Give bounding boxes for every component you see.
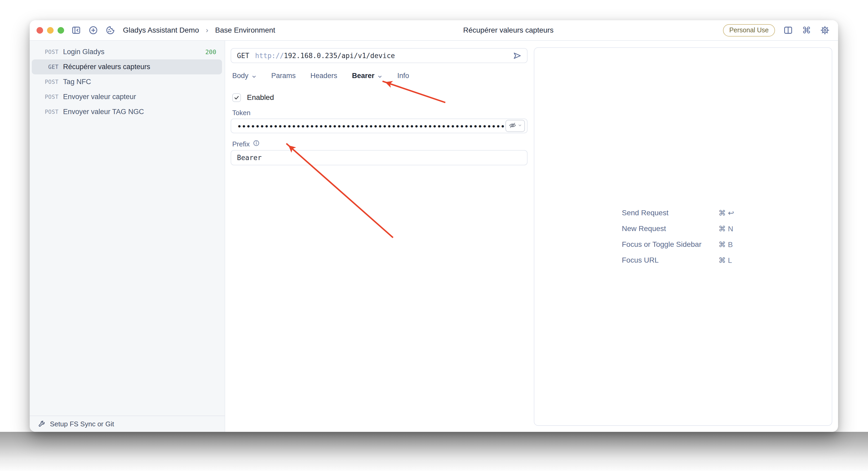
response-panel: Send Request ⌘ ↩ New Request ⌘ N Focus o… <box>534 47 832 426</box>
request-list-item[interactable]: POST Login Gladys 200 <box>32 45 222 59</box>
enabled-checkbox[interactable] <box>232 93 241 102</box>
request-list: POST Login Gladys 200 GET Récupérer vale… <box>30 41 225 119</box>
url-path: 192.168.0.235/api/v1/device <box>284 52 395 60</box>
tab-headers-label: Headers <box>311 72 337 80</box>
window-drop-shadow <box>0 432 868 471</box>
prefix-value: Bearer <box>237 154 262 161</box>
keyboard-shortcuts: Send Request ⌘ ↩ New Request ⌘ N Focus o… <box>622 209 744 265</box>
request-name: Envoyer valeur capteur <box>63 93 136 101</box>
shortcut-keys: ⌘ L <box>718 256 744 265</box>
token-input[interactable]: ••••••••••••••••••••••••••••••••••••••••… <box>231 119 528 133</box>
tab-info[interactable]: Info <box>397 72 409 80</box>
tab-auth-bearer[interactable]: Bearer <box>352 72 383 80</box>
title-bar: Gladys Assistant Demo › Base Environment… <box>30 20 838 41</box>
request-sidebar: POST Login Gladys 200 GET Récupérer vale… <box>30 41 225 432</box>
shortcut-row: Send Request ⌘ ↩ <box>622 209 744 217</box>
check-icon <box>234 95 240 101</box>
url-method: GET <box>237 52 249 60</box>
split-layout-icon[interactable] <box>783 25 794 35</box>
zoom-window-button[interactable] <box>58 27 64 34</box>
prefix-input[interactable]: Bearer <box>231 150 528 165</box>
request-method-label: POST <box>32 109 59 115</box>
setup-sync-label: Setup FS Sync or Git <box>50 420 114 428</box>
shortcut-keys: ⌘ N <box>718 225 744 233</box>
toggle-sidebar-icon[interactable] <box>71 25 82 35</box>
request-method-label: POST <box>32 49 59 55</box>
license-badge[interactable]: Personal Use <box>723 24 775 36</box>
tab-headers[interactable]: Headers <box>311 72 337 80</box>
wrench-icon <box>37 420 45 428</box>
traffic-lights <box>36 27 64 34</box>
request-list-item[interactable]: POST Tag NFC <box>32 75 222 89</box>
app-window: Gladys Assistant Demo › Base Environment… <box>30 20 838 432</box>
breadcrumb-environment[interactable]: Base Environment <box>215 26 275 34</box>
request-method-label: GET <box>32 64 59 70</box>
shortcut-label: Send Request <box>622 209 718 217</box>
active-request-title: Récupérer valeurs capteurs <box>463 26 554 34</box>
send-request-button[interactable] <box>511 50 523 61</box>
chevron-down-icon <box>251 73 257 78</box>
tab-body[interactable]: Body <box>232 72 257 80</box>
status-badge: 200 <box>205 49 216 55</box>
prefix-label: Prefix <box>232 140 250 148</box>
request-tabs: Body Params Headers Bearer Info <box>232 71 528 80</box>
tab-params[interactable]: Params <box>271 72 296 80</box>
enabled-label: Enabled <box>247 93 274 102</box>
shortcut-row: Focus URL ⌘ L <box>622 256 744 265</box>
minimize-window-button[interactable] <box>47 27 54 34</box>
request-method-label: POST <box>32 79 59 85</box>
request-list-item[interactable]: POST Envoyer valeur capteur <box>32 89 222 104</box>
command-palette-icon[interactable]: ⌘ <box>801 25 812 35</box>
shortcut-keys: ⌘ ↩ <box>718 209 744 217</box>
shortcut-label: New Request <box>622 225 718 233</box>
chevron-down-icon <box>377 73 382 78</box>
breadcrumb-separator-icon: › <box>206 26 208 34</box>
request-list-item[interactable]: POST Envoyer valeur TAG NGC <box>32 104 222 119</box>
request-editor: GET http://192.168.0.235/api/v1/device B… <box>225 41 534 432</box>
reveal-token-button[interactable] <box>505 120 525 132</box>
shortcut-keys: ⌘ B <box>718 240 744 249</box>
shortcut-label: Focus URL <box>622 256 718 264</box>
request-name: Tag NFC <box>63 78 91 86</box>
shortcut-label: Focus or Toggle Sidebar <box>622 240 718 248</box>
send-icon <box>512 51 522 60</box>
cookie-jar-icon[interactable] <box>105 25 116 35</box>
new-request-icon[interactable] <box>88 25 98 35</box>
tab-body-label: Body <box>232 72 249 80</box>
breadcrumb: Gladys Assistant Demo › Base Environment <box>123 26 275 34</box>
token-masked-value: ••••••••••••••••••••••••••••••••••••••••… <box>237 121 505 130</box>
request-list-item-selected[interactable]: GET Récupérer valeurs capteurs <box>32 59 222 75</box>
settings-gear-icon[interactable] <box>820 25 830 35</box>
tab-info-label: Info <box>397 72 409 80</box>
url-scheme: http:// <box>255 52 284 60</box>
chevron-down-icon <box>518 123 522 128</box>
request-name: Récupérer valeurs capteurs <box>63 63 150 71</box>
tab-params-label: Params <box>271 72 296 80</box>
url-bar[interactable]: GET http://192.168.0.235/api/v1/device <box>231 48 528 63</box>
eye-off-icon <box>508 121 517 130</box>
token-label: Token <box>232 109 528 116</box>
request-method-label: POST <box>32 94 59 100</box>
shortcut-row: Focus or Toggle Sidebar ⌘ B <box>622 240 744 249</box>
setup-sync-button[interactable]: Setup FS Sync or Git <box>30 416 225 432</box>
tab-auth-label: Bearer <box>352 72 375 80</box>
close-window-button[interactable] <box>36 27 43 34</box>
desktop: { "topbar": { "breadcrumb": { "workspace… <box>0 0 868 471</box>
shortcut-row: New Request ⌘ N <box>622 225 744 233</box>
request-name: Login Gladys <box>63 48 104 56</box>
info-icon[interactable] <box>253 140 260 148</box>
breadcrumb-workspace[interactable]: Gladys Assistant Demo <box>123 26 199 34</box>
request-name: Envoyer valeur TAG NGC <box>63 108 144 116</box>
